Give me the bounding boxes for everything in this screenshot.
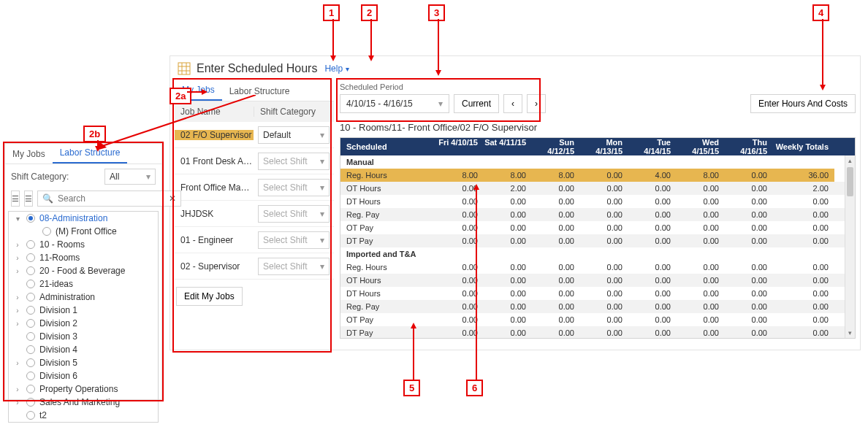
shift-select[interactable]: Select Shift▾ [258, 258, 330, 275]
outdent-button[interactable]: ☰ [11, 191, 20, 207]
chevron-right-icon[interactable]: › [13, 241, 22, 249]
tab-labor-structure[interactable]: Labor Structure [222, 82, 297, 101]
cell-value[interactable]: 0.00 [628, 313, 677, 326]
radio-icon[interactable] [26, 293, 35, 301]
radio-icon[interactable] [26, 345, 35, 354]
job-row[interactable]: 01 - EngineerSelect Shift▾ [175, 227, 334, 253]
cell-value[interactable]: 0.00 [677, 274, 725, 287]
tree-item[interactable]: ›11-Rooms [9, 251, 158, 264]
cell-value[interactable]: 0.00 [484, 195, 532, 208]
shift-select[interactable]: Select Shift▾ [258, 205, 330, 223]
labor-tab-my-jobs[interactable]: My Jobs [5, 145, 53, 164]
cell-value[interactable]: 0.00 [435, 287, 484, 300]
cell-value[interactable]: 0.00 [435, 182, 484, 195]
cell-value[interactable]: 0.00 [628, 221, 677, 234]
grid-data-row[interactable]: Reg. Pay0.000.000.000.000.000.000.000.00 [340, 208, 855, 221]
search-wrap[interactable]: 🔍 ✕ [37, 191, 181, 207]
cell-value[interactable]: 0.00 [435, 261, 484, 274]
cell-value[interactable]: 0.00 [725, 287, 773, 300]
cell-value[interactable]: 0.00 [532, 208, 580, 221]
tree-item[interactable]: ▾08-Administration [9, 212, 158, 225]
cell-value[interactable]: 0.00 [435, 326, 484, 338]
radio-icon[interactable] [26, 385, 35, 393]
scroll-up-icon[interactable]: ▴ [845, 155, 855, 166]
cell-value[interactable]: 8.00 [532, 169, 580, 182]
cell-value[interactable]: 0.00 [484, 261, 532, 274]
radio-icon[interactable] [26, 358, 35, 367]
cell-value[interactable]: 0.00 [628, 274, 677, 287]
cell-value[interactable]: 0.00 [532, 300, 580, 313]
radio-icon[interactable] [26, 398, 35, 407]
cell-value[interactable]: 0.00 [532, 195, 580, 208]
shift-select[interactable]: Select Shift▾ [258, 179, 330, 196]
cell-value[interactable]: 0.00 [580, 261, 628, 274]
indent-button[interactable]: ☰ [24, 191, 33, 207]
tree-box[interactable]: ▾08-Administration(M) Front Office›10 - … [8, 211, 159, 423]
next-period-button[interactable]: › [527, 94, 546, 113]
chevron-right-icon[interactable]: › [13, 267, 22, 275]
cell-value[interactable]: 0.00 [725, 261, 773, 274]
chevron-right-icon[interactable]: › [13, 307, 22, 315]
cell-value[interactable]: 0.00 [677, 208, 725, 221]
shift-select[interactable]: Select Shift▾ [258, 231, 330, 249]
cell-value[interactable]: 0.00 [628, 300, 677, 313]
job-row[interactable]: JHJDSKSelect Shift▾ [175, 201, 334, 227]
shift-select[interactable]: Select Shift▾ [258, 153, 330, 170]
labor-tab-labor-structure[interactable]: Labor Structure [53, 143, 128, 164]
radio-icon[interactable] [26, 280, 35, 288]
job-row[interactable]: 02 - SupervisorSelect Shift▾ [175, 253, 334, 280]
cell-value[interactable]: 0.00 [580, 274, 628, 287]
cell-value[interactable]: 0.00 [725, 208, 773, 221]
chevron-right-icon[interactable]: › [13, 320, 22, 328]
cell-value[interactable]: 0.00 [725, 313, 773, 326]
cell-value[interactable]: 0.00 [484, 208, 532, 221]
radio-icon[interactable] [26, 240, 35, 249]
cell-value[interactable]: 0.00 [677, 221, 725, 234]
cell-value[interactable]: 0.00 [484, 234, 532, 247]
radio-icon[interactable] [42, 227, 51, 236]
tree-item[interactable]: Division 6 [9, 369, 158, 382]
shift-category-select[interactable]: All ▾ [104, 169, 156, 185]
cell-value[interactable]: 0.00 [532, 287, 580, 300]
cell-value[interactable]: 0.00 [580, 195, 628, 208]
cell-value[interactable]: 0.00 [484, 313, 532, 326]
radio-icon[interactable] [26, 306, 35, 315]
chevron-right-icon[interactable]: › [13, 359, 22, 367]
grid-data-row[interactable]: DT Pay0.000.000.000.000.000.000.000.00 [340, 326, 855, 338]
cell-value[interactable]: 0.00 [484, 326, 532, 338]
cell-value[interactable]: 0.00 [435, 300, 484, 313]
tree-item[interactable]: ›20 - Food & Beverage [9, 264, 158, 277]
cell-value[interactable]: 0.00 [532, 261, 580, 274]
cell-value[interactable]: 0.00 [677, 195, 725, 208]
period-range-select[interactable]: 4/10/15 - 4/16/15 ▾ [340, 94, 449, 113]
grid-data-row[interactable]: DT Hours0.000.000.000.000.000.000.000.00 [340, 195, 855, 208]
cell-value[interactable]: 0.00 [580, 208, 628, 221]
cell-value[interactable]: 0.00 [580, 313, 628, 326]
tree-item[interactable]: Division 3 [9, 330, 158, 343]
chevron-down-icon[interactable]: ▾ [13, 215, 22, 223]
cell-value[interactable]: 0.00 [628, 261, 677, 274]
cell-value[interactable]: 0.00 [532, 182, 580, 195]
grid-data-row[interactable]: Reg. Hours8.008.008.000.004.008.000.0036… [340, 169, 855, 182]
cell-value[interactable]: 0.00 [677, 287, 725, 300]
cell-value[interactable]: 0.00 [435, 234, 484, 247]
chevron-right-icon[interactable]: › [13, 293, 22, 301]
cell-value[interactable]: 0.00 [580, 300, 628, 313]
cell-value[interactable]: 0.00 [725, 274, 773, 287]
cell-value[interactable]: 0.00 [580, 169, 628, 182]
cell-value[interactable]: 4.00 [628, 169, 677, 182]
job-row[interactable]: 01 Front Desk AgentSelect Shift▾ [175, 148, 334, 174]
shift-select[interactable]: Default▾ [258, 126, 330, 144]
tree-item[interactable]: ›Division 1 [9, 304, 158, 317]
cell-value[interactable]: 0.00 [677, 261, 725, 274]
cell-value[interactable]: 0.00 [484, 287, 532, 300]
radio-icon[interactable] [26, 253, 35, 262]
cell-value[interactable]: 0.00 [725, 195, 773, 208]
grid-data-row[interactable]: OT Pay0.000.000.000.000.000.000.000.00 [340, 313, 855, 326]
help-link[interactable]: Help ▾ [324, 64, 349, 74]
cell-value[interactable]: 0.00 [580, 234, 628, 247]
chevron-right-icon[interactable]: › [13, 254, 22, 262]
job-row[interactable]: 02 F/O SupervisorDefault▾ [175, 122, 334, 148]
chevron-right-icon[interactable]: › [13, 385, 22, 393]
cell-value[interactable]: 0.00 [725, 221, 773, 234]
